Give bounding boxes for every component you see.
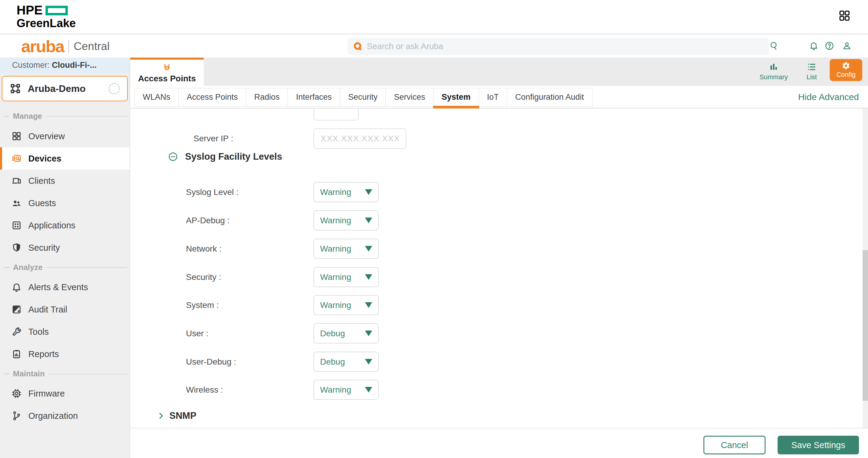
sidebar-item-label: Overview bbox=[28, 131, 65, 141]
sidebar-item-clients[interactable]: Clients bbox=[0, 170, 130, 192]
search-icon[interactable] bbox=[769, 41, 779, 51]
config-view-button[interactable]: Config bbox=[830, 59, 862, 81]
access-points-app-tab[interactable]: Access Points bbox=[130, 58, 204, 86]
firmware-chip-icon bbox=[11, 388, 22, 399]
form-row-user-debug: User-Debug : Debug bbox=[130, 352, 863, 372]
ap-debug-label: AP-Debug : bbox=[186, 210, 230, 230]
chevron-down-icon bbox=[365, 274, 372, 280]
app-context-strip: Access Points Summary List Config bbox=[130, 58, 868, 86]
form-row-syslog-level: Syslog Level : Warning bbox=[130, 182, 863, 202]
shield-icon bbox=[11, 242, 22, 253]
save-settings-button[interactable]: Save Settings bbox=[778, 436, 859, 454]
syslog-level-label: Syslog Level : bbox=[186, 182, 239, 202]
syslog-level-dropdown[interactable]: Warning bbox=[313, 182, 379, 202]
chevron-down-icon bbox=[365, 359, 372, 365]
sidebar-item-guests[interactable]: Guests bbox=[0, 192, 130, 214]
summary-view-label: Summary bbox=[760, 73, 788, 81]
security-label: Security : bbox=[186, 267, 221, 287]
security-dropdown[interactable]: Warning bbox=[313, 267, 379, 287]
chevron-down-icon bbox=[365, 387, 372, 393]
scrollbar-thumb[interactable] bbox=[863, 250, 868, 401]
search-input[interactable] bbox=[367, 41, 764, 51]
chevron-down-icon bbox=[365, 246, 372, 252]
chevron-down-icon bbox=[365, 218, 372, 223]
subtab-group: WLANs Access Points Radios Interfaces Se… bbox=[135, 88, 592, 106]
user-debug-dropdown[interactable]: Debug bbox=[313, 352, 379, 372]
tab-system[interactable]: System bbox=[433, 88, 479, 106]
collapse-minus-icon bbox=[168, 152, 178, 162]
sidebar-item-audit-trail[interactable]: Audit Trail bbox=[0, 298, 130, 321]
customer-bar: Customer: Cloudi-Fi-... bbox=[0, 58, 130, 73]
tab-interfaces[interactable]: Interfaces bbox=[287, 88, 340, 106]
dropdown-value: Warning bbox=[320, 244, 351, 254]
system-settings-panel: Server IP : Syslog Facility Levels Syslo… bbox=[130, 108, 863, 428]
clipped-input-field[interactable] bbox=[313, 108, 359, 121]
sidebar-item-security[interactable]: Security bbox=[0, 236, 130, 259]
sidebar-item-alerts-events[interactable]: Alerts & Events bbox=[0, 276, 130, 298]
wireless-label: Wireless : bbox=[186, 380, 223, 400]
help-icon[interactable] bbox=[825, 41, 834, 51]
sidebar-item-applications[interactable]: Applications bbox=[0, 214, 130, 236]
sidebar-item-label: Reports bbox=[28, 349, 59, 359]
tab-iot[interactable]: IoT bbox=[478, 88, 507, 106]
user-account-icon[interactable] bbox=[842, 41, 852, 51]
tab-access-points[interactable]: Access Points bbox=[179, 88, 247, 106]
access-points-tab-label: Access Points bbox=[138, 74, 195, 84]
group-selector[interactable]: Aruba-Demo bbox=[2, 76, 128, 101]
server-ip-input[interactable] bbox=[313, 128, 406, 149]
cancel-button[interactable]: Cancel bbox=[704, 436, 766, 454]
notifications-bell-icon[interactable] bbox=[809, 41, 818, 51]
list-view-label: List bbox=[807, 73, 817, 81]
sidebar-item-reports[interactable]: Reports bbox=[0, 343, 130, 365]
vertical-scrollbar[interactable] bbox=[863, 108, 868, 428]
syslog-section-title: Syslog Facility Levels bbox=[185, 151, 282, 162]
apps-grid-icon[interactable] bbox=[838, 10, 850, 22]
system-dropdown[interactable]: Warning bbox=[313, 295, 379, 315]
form-row-security: Security : Warning bbox=[130, 267, 863, 287]
overview-icon bbox=[11, 131, 22, 141]
dropdown-value: Debug bbox=[320, 357, 345, 367]
ap-debug-dropdown[interactable]: Warning bbox=[313, 210, 379, 230]
logo-divider bbox=[68, 40, 69, 53]
organization-branch-icon bbox=[11, 411, 22, 421]
app-window: HPE GreenLake aruba Central bbox=[0, 0, 868, 458]
hide-advanced-link[interactable]: Hide Advanced bbox=[798, 92, 859, 102]
tab-wlans[interactable]: WLANs bbox=[134, 88, 179, 106]
sidebar-item-tools[interactable]: Tools bbox=[0, 321, 130, 343]
wireless-dropdown[interactable]: Warning bbox=[313, 380, 379, 400]
loading-spinner-icon bbox=[108, 83, 120, 94]
list-view-button[interactable]: List bbox=[792, 60, 831, 84]
config-subtab-bar: WLANs Access Points Radios Interfaces Se… bbox=[130, 86, 868, 108]
tab-configuration-audit[interactable]: Configuration Audit bbox=[507, 88, 592, 106]
chevron-down-icon bbox=[365, 189, 372, 195]
dropdown-value: Warning bbox=[320, 188, 351, 197]
system-label: System : bbox=[186, 295, 219, 315]
summary-view-button[interactable]: Summary bbox=[754, 60, 793, 84]
tab-services[interactable]: Services bbox=[385, 88, 434, 106]
sidebar-item-label: Devices bbox=[28, 154, 61, 164]
action-footer: Cancel Save Settings bbox=[130, 428, 868, 458]
sidebar-item-firmware[interactable]: Firmware bbox=[0, 382, 130, 405]
tab-radios[interactable]: Radios bbox=[246, 88, 288, 106]
central-logo-text: Central bbox=[74, 40, 110, 53]
sidebar-section-maintain: Maintain bbox=[0, 365, 130, 382]
user-dropdown[interactable]: Debug bbox=[313, 323, 379, 344]
global-search-bar[interactable] bbox=[347, 38, 769, 55]
chevron-right-icon bbox=[157, 412, 165, 420]
sidebar-item-label: Alerts & Events bbox=[28, 282, 88, 292]
sidebar-item-organization[interactable]: Organization bbox=[0, 405, 130, 427]
sidebar-item-label: Tools bbox=[28, 327, 49, 337]
syslog-facility-section-header[interactable]: Syslog Facility Levels bbox=[168, 151, 282, 162]
tab-security[interactable]: Security bbox=[340, 88, 386, 106]
hpe-logo-text: HPE bbox=[17, 3, 42, 18]
snmp-section-header[interactable]: SNMP bbox=[157, 411, 196, 421]
sidebar-item-label: Security bbox=[28, 243, 60, 253]
chevron-down-icon bbox=[365, 331, 372, 336]
dropdown-value: Warning bbox=[320, 385, 351, 395]
user-debug-label: User-Debug : bbox=[186, 352, 236, 372]
chevron-down-icon bbox=[365, 302, 372, 308]
sidebar-item-label: Guests bbox=[28, 198, 56, 208]
sidebar-item-overview[interactable]: Overview bbox=[0, 125, 130, 148]
sidebar-item-devices[interactable]: Devices bbox=[0, 148, 130, 170]
network-dropdown[interactable]: Warning bbox=[313, 239, 379, 259]
